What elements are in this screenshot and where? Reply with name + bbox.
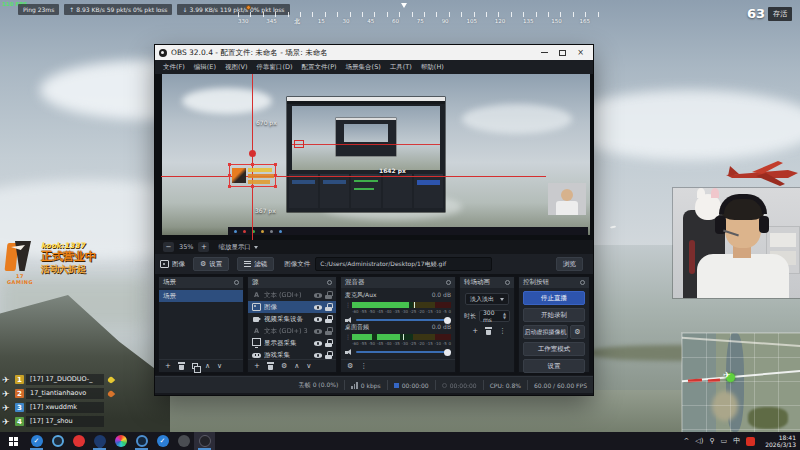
- taskbar-app-6[interactable]: [131, 432, 152, 450]
- visibility-icon[interactable]: [314, 303, 322, 311]
- zoom-out-button[interactable]: −: [163, 242, 174, 252]
- visibility-icon[interactable]: [314, 351, 322, 359]
- taskbar-app-3[interactable]: [68, 432, 89, 450]
- taskbar-app-8[interactable]: [173, 432, 194, 450]
- speaker-icon[interactable]: ◁): [695, 437, 703, 445]
- taskbar-app-2[interactable]: [47, 432, 68, 450]
- visibility-icon[interactable]: [314, 315, 322, 323]
- taskbar-clock[interactable]: 18:41 2026/3/13: [761, 434, 796, 448]
- maximize-button[interactable]: [554, 46, 571, 59]
- lock-icon[interactable]: [325, 327, 332, 335]
- pin-icon[interactable]: [234, 280, 239, 285]
- tray-app-icon[interactable]: [746, 437, 755, 446]
- obs-titlebar[interactable]: OBS 32.0.4 - 配置文件: 未命名 - 场景: 未命名 ×: [155, 45, 593, 60]
- pin-icon[interactable]: [446, 280, 451, 285]
- microphone-icon[interactable]: ⚲: [709, 437, 714, 445]
- lock-icon[interactable]: [325, 303, 332, 311]
- source-row-display[interactable]: 显示器采集: [248, 337, 336, 349]
- scenes-header[interactable]: 场景: [159, 277, 243, 288]
- lock-icon[interactable]: [325, 351, 332, 359]
- resize-handle[interactable]: [274, 174, 277, 177]
- lock-icon[interactable]: [325, 339, 332, 347]
- resize-handle[interactable]: [274, 163, 277, 166]
- move-scene-up-button[interactable]: ∧: [205, 362, 210, 370]
- start-virtual-camera-button[interactable]: 启动虚拟摄像机: [523, 325, 568, 339]
- move-source-up-button[interactable]: ∧: [294, 362, 299, 370]
- menu-tools[interactable]: 工具(T): [386, 61, 416, 74]
- display-icon[interactable]: ▭: [721, 437, 728, 445]
- resize-handle[interactable]: [274, 185, 277, 188]
- transition-type-dropdown[interactable]: 淡入淡出: [465, 293, 509, 305]
- drag-handle-icon[interactable]: ⋮: [345, 302, 349, 308]
- resize-handle[interactable]: [251, 163, 254, 166]
- drag-handle-icon[interactable]: ⋮: [345, 334, 349, 340]
- volume-slider[interactable]: [356, 348, 451, 356]
- visibility-icon[interactable]: [314, 339, 322, 347]
- duration-spinbox[interactable]: 300 ms▲▼: [479, 310, 510, 322]
- mixer-header[interactable]: 混音器: [341, 277, 455, 288]
- start-button[interactable]: [0, 432, 26, 450]
- taskbar-app-5[interactable]: [110, 432, 131, 450]
- mixer-menu-button[interactable]: ⋮: [360, 362, 367, 370]
- advanced-audio-button[interactable]: ⚙: [347, 362, 353, 370]
- source-row-camera[interactable]: 视频采集设备: [248, 313, 336, 325]
- resize-handle[interactable]: [228, 163, 231, 166]
- add-source-button[interactable]: +: [254, 362, 260, 370]
- source-selection-box[interactable]: [229, 164, 276, 187]
- source-row-image[interactable]: 图像: [248, 301, 336, 313]
- taskbar-app-1[interactable]: ✓: [26, 432, 47, 450]
- source-settings-button[interactable]: ⚙设置: [193, 257, 229, 271]
- lock-icon[interactable]: [325, 315, 332, 323]
- browse-button[interactable]: 浏览: [556, 257, 583, 271]
- pin-icon[interactable]: [327, 280, 332, 285]
- menu-file[interactable]: 文件(F): [159, 61, 189, 74]
- tray-expand-icon[interactable]: ^: [683, 437, 689, 445]
- sources-header[interactable]: 源: [248, 277, 336, 288]
- transition-menu-button[interactable]: ⋮: [499, 327, 506, 335]
- speaker-icon[interactable]: [345, 348, 353, 356]
- source-row-text3[interactable]: 文本 (GDI+) 3: [248, 325, 336, 337]
- studio-mode-button[interactable]: 工作室模式: [523, 342, 585, 356]
- minimize-button[interactable]: [536, 46, 553, 59]
- close-button[interactable]: ×: [572, 46, 589, 59]
- source-row-text1[interactable]: 文本 (GDI+): [248, 289, 336, 301]
- resize-handle[interactable]: [228, 174, 231, 177]
- pin-icon[interactable]: [580, 280, 585, 285]
- taskbar-app-4[interactable]: [89, 432, 110, 450]
- menu-scene-collection[interactable]: 场景集合(S): [342, 61, 385, 74]
- lock-icon[interactable]: [325, 291, 332, 299]
- controls-header[interactable]: 控制按钮: [519, 277, 589, 288]
- resize-handle[interactable]: [251, 185, 254, 188]
- remove-source-button[interactable]: [267, 362, 274, 370]
- scene-list-item[interactable]: 场景: [159, 290, 243, 302]
- resize-handle[interactable]: [228, 185, 231, 188]
- virtual-camera-settings-button[interactable]: ⚙: [570, 325, 585, 339]
- ime-indicator[interactable]: 中: [733, 436, 740, 446]
- menu-view[interactable]: 视图(V): [221, 61, 252, 74]
- menu-help[interactable]: 帮助(H): [417, 61, 448, 74]
- source-properties-button[interactable]: ⚙: [281, 362, 287, 370]
- move-scene-down-button[interactable]: ∨: [217, 362, 222, 370]
- settings-button[interactable]: 设置: [523, 359, 585, 373]
- pin-icon[interactable]: [505, 280, 510, 285]
- image-file-input[interactable]: C:/Users/Administrator/Desktop/17电鳗.gif: [315, 257, 492, 271]
- obs-preview[interactable]: 670 px 1642 px 367 px: [155, 74, 593, 240]
- stop-streaming-button[interactable]: 停止直播: [523, 291, 585, 305]
- taskbar-app-active[interactable]: [194, 432, 215, 450]
- stepper-icons[interactable]: ▲▼: [503, 312, 506, 320]
- zoom-mode-dropdown[interactable]: 缩放显示口: [218, 243, 258, 252]
- visibility-off-icon[interactable]: [314, 291, 322, 299]
- start-recording-button[interactable]: 开始录制: [523, 308, 585, 322]
- remove-scene-button[interactable]: [178, 362, 185, 370]
- menu-edit[interactable]: 编辑(E): [190, 61, 220, 74]
- zoom-in-button[interactable]: +: [198, 242, 209, 252]
- duplicate-scene-button[interactable]: [192, 363, 198, 369]
- add-scene-button[interactable]: +: [165, 362, 171, 370]
- add-transition-button[interactable]: +: [472, 327, 478, 335]
- taskbar-app-7[interactable]: ✓: [152, 432, 173, 450]
- transitions-header[interactable]: 转场动画: [460, 277, 514, 288]
- menu-docks[interactable]: 停靠窗口(D): [253, 61, 297, 74]
- visibility-off-icon[interactable]: [314, 327, 322, 335]
- menu-profile[interactable]: 配置文件(P): [298, 61, 341, 74]
- guide-handle[interactable]: [249, 150, 256, 157]
